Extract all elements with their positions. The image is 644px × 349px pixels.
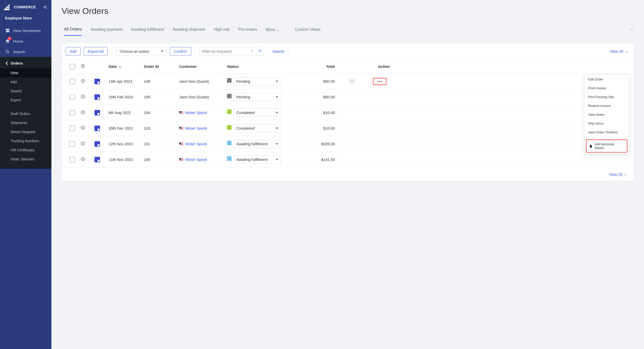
table-row: 12th Nov 2021101Mister SpockAwaiting ful… [62,136,634,152]
row-checkbox[interactable] [70,126,75,131]
tab-custom-views[interactable]: Custom Views [295,24,320,35]
expand-row-icon[interactable] [80,78,85,83]
sidebar-sub-add[interactable]: Add [0,77,51,86]
product-thumbnail-icon [94,94,100,100]
menu-edit-order[interactable]: Edit Order [585,75,629,84]
menu-ship-items[interactable]: Ship Items [585,119,629,128]
row-checkbox[interactable] [70,141,75,147]
status-select[interactable]: Awaiting fulfillment [234,140,281,148]
logo-text: COMMERCE [14,5,36,9]
row-date: 6th Aug 2022 [109,110,144,115]
column-label: Date [109,64,117,69]
collapse-sidebar-icon[interactable] [42,4,48,10]
sidebar-sub-export[interactable]: Export [0,96,51,105]
sidebar-orders-section: Orders View Add Search Export Draft Orde… [0,57,51,169]
status-color-icon [227,125,232,130]
row-checkbox[interactable] [70,94,75,100]
sidebar-item-home[interactable]: 2 Home [0,36,51,46]
expand-row-icon[interactable] [80,141,85,146]
row-customer[interactable]: Mister Spock [185,126,207,130]
table-row: 11th Nov 2021100Mister SpockAwaiting ful… [62,152,634,167]
row-order-id: 101 [144,142,179,146]
row-customer[interactable]: Mister Spock [185,110,207,115]
view-count-select-footer[interactable]: View 20 ⌄ [609,172,629,177]
row-checkbox[interactable] [70,110,75,115]
sidebar-sub-tracking-numbers[interactable]: Tracking Numbers [0,136,51,146]
search-icon [5,49,10,54]
table-row: 30th Dec 2021103Mister SpockCompleted$10… [62,121,634,136]
filter-settings-icon[interactable] [257,47,264,56]
row-checkbox[interactable] [70,157,75,162]
sidebar-sub-search[interactable]: Search [0,86,51,96]
menu-view-notes[interactable]: View Notes [585,110,629,119]
row-customer[interactable]: Mister Spock [185,142,207,146]
expand-row-icon[interactable] [80,110,85,115]
chevron-down-icon: ⌄ [624,172,627,177]
sidebar-sub-draft-orders[interactable]: Draft Orders [0,109,51,118]
sidebar-sub-gift-certificates[interactable]: Gift Certificates [0,146,51,155]
sidebar-item-label: View Storefronts [13,28,41,33]
tab-pre-orders[interactable]: Pre-orders [238,24,257,35]
menu-add-personal-thanks[interactable]: Add personal thanks [586,139,627,153]
chevron-down-icon: ⌄ [276,27,279,32]
sidebar-sub-shipments[interactable]: Shipments [0,118,51,127]
expand-row-icon[interactable] [80,157,85,162]
tab-more[interactable]: More⌄ [266,24,279,36]
sidebar-sub-view[interactable]: View [0,68,51,77]
confirm-button[interactable]: Confirm [170,47,191,55]
search-button[interactable]: Search [272,49,284,53]
status-select[interactable]: Pending [234,93,281,101]
status-color-icon [227,109,232,114]
column-status[interactable]: Status [227,64,286,69]
status-select[interactable]: Awaiting fulfillment [234,155,281,164]
sidebar-item-search[interactable]: Search [0,46,51,57]
page-title: View Orders [61,6,634,16]
main-content: View Orders All Orders Awaiting payment … [51,0,644,349]
calendar-icon[interactable] [349,79,355,84]
select-all-checkbox[interactable] [70,64,75,69]
sidebar-back-orders[interactable]: Orders [0,57,51,68]
menu-print-packing-slip[interactable]: Print Packing Slip [585,93,629,101]
column-order-id[interactable]: Order ID [144,64,179,69]
add-button[interactable]: Add [66,47,81,55]
column-date[interactable]: Date ⌄ [109,64,144,69]
menu-separator [585,138,629,138]
view-count-label: View 20 [609,172,622,177]
clear-filter-icon[interactable]: × [250,49,254,53]
sidebar-item-view-storefronts[interactable]: View Storefronts [0,25,51,36]
column-total[interactable]: Total [286,64,337,69]
choose-action-select[interactable]: Choose an action [116,47,167,56]
menu-view-order-timeline[interactable]: View Order Timeline [585,128,629,137]
tab-awaiting-shipment[interactable]: Awaiting shipment [173,24,205,35]
flag-us-icon [179,127,183,130]
menu-print-invoice[interactable]: Print Invoice [585,84,629,93]
expand-row-icon[interactable] [80,125,85,130]
status-color-icon [227,78,232,83]
status-select[interactable]: Completed [234,108,281,117]
expand-all-icon[interactable] [80,64,85,69]
drop-icon [589,144,593,148]
tab-all-orders[interactable]: All Orders [64,23,82,36]
status-select[interactable]: Completed [234,124,281,132]
row-checkbox[interactable] [70,79,75,84]
tab-awaiting-payment[interactable]: Awaiting payment [90,24,122,35]
tab-high-risk[interactable]: High risk [214,24,230,35]
action-menu: Edit Order Print Invoice Print Packing S… [584,75,629,154]
tab-awaiting-fulfillment[interactable]: Awaiting fulfillment [131,24,164,35]
sidebar-sub-order-statuses[interactable]: Order Statuses [0,155,51,164]
sidebar-sub-return-request[interactable]: Return Request [0,127,51,136]
column-customer[interactable]: Customer [179,64,227,69]
row-total: $141.50 [286,157,337,162]
status-select[interactable]: Pending [234,77,281,85]
chevron-left-icon [6,62,8,65]
export-all-button[interactable]: Export All [84,47,108,55]
view-count-select[interactable]: View 20 ⌄ [610,49,630,53]
svg-point-0 [6,50,8,52]
logo: COMMERCE [4,4,36,10]
status-color-icon [227,156,232,161]
row-actions-button[interactable] [373,78,387,85]
filter-keyword-input[interactable] [202,49,250,53]
menu-resend-invoice[interactable]: Resend Invoice [585,101,629,110]
row-customer[interactable]: Mister Spock [185,157,207,162]
expand-row-icon[interactable] [80,94,85,99]
